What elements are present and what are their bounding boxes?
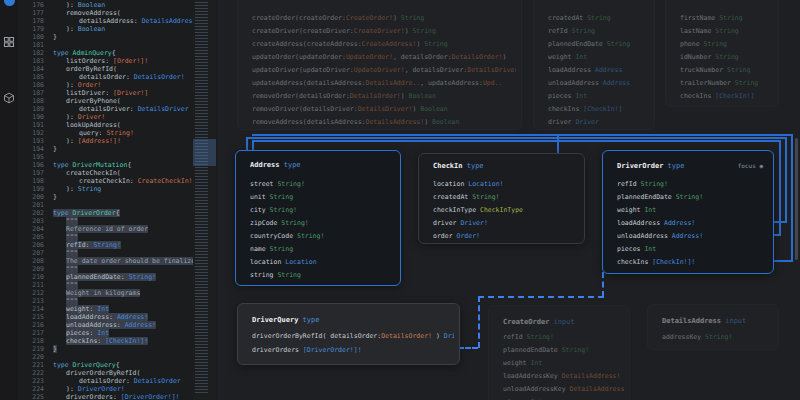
node-title: CheckIn type xyxy=(433,162,576,172)
field-row[interactable]: street String! xyxy=(250,180,395,189)
line-number: 209 xyxy=(18,265,53,273)
node-driverorder[interactable]: DriverOrder typefocus ◉refId String!plan… xyxy=(602,150,774,274)
code-line: 199): String xyxy=(18,185,193,193)
code-line: 203""" xyxy=(18,217,193,225)
line-text: type DriverQuery{ xyxy=(53,361,120,369)
field-row[interactable]: location Location! xyxy=(433,180,579,189)
line-number: 223 xyxy=(18,377,53,385)
field-row[interactable]: zipCode String! xyxy=(250,219,395,228)
field-row: plannedEndDate String! xyxy=(503,346,624,355)
field-row: idNumber String xyxy=(680,53,773,62)
schema-graph-panel[interactable]: createOrder(createOrder:CreateOrder!) St… xyxy=(218,0,800,400)
line-text: listDriver: [Driver!] xyxy=(66,89,148,97)
graph-scrollbar[interactable] xyxy=(795,138,798,260)
package-icon[interactable] xyxy=(3,92,15,104)
field-row: createAddress(createAddress:CreateAddres… xyxy=(252,40,516,49)
field-row[interactable]: location Location xyxy=(250,258,395,267)
edge-dashed xyxy=(458,347,478,349)
node-checkin[interactable]: CheckIn typelocation Location!createdAt … xyxy=(418,153,585,244)
node-title: Address type xyxy=(250,161,392,171)
field-row: createdAt String xyxy=(548,14,649,23)
field-row[interactable]: unit String xyxy=(250,193,395,202)
field-row: checkIns [CheckIn!] xyxy=(548,105,649,114)
line-text: listOrders: [Order!]! xyxy=(66,57,148,65)
status-dot-icon[interactable] xyxy=(4,0,15,6)
field-row[interactable]: driverOrderByRefId( detailsOrder:Details… xyxy=(252,332,454,341)
code-line: 193): [Address!]! xyxy=(18,137,193,145)
field-row[interactable]: plannedEndDate String! xyxy=(617,193,768,202)
node-driverquery[interactable]: DriverQuery typedriverOrderByRefId( deta… xyxy=(237,303,460,365)
line-number: 199 xyxy=(18,185,53,193)
field-row[interactable]: refId String! xyxy=(617,180,768,189)
node-admin-mutation-bg: createOrder(createOrder:CreateOrder!) St… xyxy=(237,0,522,130)
code-line: 180} xyxy=(18,33,193,41)
field-row: removeDriver(detailsDriver:DetailsDriver… xyxy=(252,105,516,114)
field-row[interactable]: unloadAddress Address! xyxy=(617,232,768,241)
line-text: """ xyxy=(66,297,78,305)
field-row[interactable]: weight Int xyxy=(617,206,768,215)
line-number: 210 xyxy=(18,273,53,281)
code-line: 196type DriverMutation{ xyxy=(18,161,193,169)
line-number: 221 xyxy=(18,361,53,369)
field-row[interactable]: name String xyxy=(250,245,395,254)
field-row[interactable]: loadAddress Address! xyxy=(617,219,768,228)
field-row[interactable]: createdAt String! xyxy=(433,193,579,202)
line-text: query: String! xyxy=(79,129,134,137)
line-text: """ xyxy=(66,265,78,273)
field-row[interactable]: city String! xyxy=(250,206,395,215)
field-row[interactable]: checkInType CheckInType xyxy=(433,206,579,215)
line-text: createCheckIn( xyxy=(66,169,121,177)
activity-bar xyxy=(0,0,18,400)
line-text: The date order should be finalized xyxy=(66,257,193,265)
line-number: 179 xyxy=(18,25,53,33)
minimap[interactable] xyxy=(193,0,216,400)
line-number: 187 xyxy=(18,89,53,97)
field-row: loadAddress Address xyxy=(548,66,649,75)
field-row[interactable]: driverOrders [DriverOrder!]! xyxy=(252,346,454,355)
field-row: updateOrder(updateOrder:UpdateOrder!, de… xyxy=(252,53,516,62)
line-number: 200 xyxy=(18,193,53,201)
field-row[interactable]: checkIns [CheckIn!]! xyxy=(617,258,768,267)
code-line: 184orderByRefId( xyxy=(18,65,193,73)
line-text: ): Boolean xyxy=(66,25,105,33)
line-number: 183 xyxy=(18,57,53,65)
code-editor-pane[interactable]: 176): Boolean177removeAddress(178details… xyxy=(0,0,218,400)
code-area[interactable]: 176): Boolean177removeAddress(178details… xyxy=(18,1,193,400)
field-row[interactable]: driver Driver! xyxy=(433,219,579,228)
field-row: weight Int xyxy=(548,53,649,62)
code-line: 201 xyxy=(18,201,193,209)
line-text: unloadAddress: Address! xyxy=(66,321,156,329)
line-number: 213 xyxy=(18,297,53,305)
code-line: 222driverOrderByRefId( xyxy=(18,369,193,377)
code-line: 215loadAddress: Address! xyxy=(18,313,193,321)
field-row[interactable]: countryCode String! xyxy=(250,232,395,241)
field-row: checkIns [CheckIn!] xyxy=(680,92,773,101)
field-row[interactable]: string String xyxy=(250,271,395,280)
code-line: 205""" xyxy=(18,233,193,241)
line-number: 194 xyxy=(18,145,53,153)
edge-dashed xyxy=(478,296,480,348)
field-row[interactable]: pieces Int xyxy=(617,245,768,254)
code-line: 191lookUpAddress( xyxy=(18,121,193,129)
line-text: createCheckIn: CreateCheckIn! xyxy=(79,177,193,185)
field-row: plannedEndDate String xyxy=(548,40,649,49)
edge-solid xyxy=(779,140,781,236)
line-text: ): Boolean xyxy=(66,1,105,9)
node-title: DriverQuery type xyxy=(252,316,451,326)
line-number: 185 xyxy=(18,73,53,81)
field-row: removeAddress(detailsAddress:DetailsAddr… xyxy=(252,118,516,127)
line-text: driverOrders: [DriverOrder!]! xyxy=(66,393,180,400)
line-number: 201 xyxy=(18,201,53,209)
line-number: 176 xyxy=(18,1,53,9)
focus-button[interactable]: focus ◉ xyxy=(738,162,763,169)
code-line: 181 xyxy=(18,41,193,49)
code-line: 225driverOrders: [DriverOrder!]! xyxy=(18,393,193,400)
line-number: 224 xyxy=(18,385,53,393)
line-text: } xyxy=(53,33,57,41)
line-number: 204 xyxy=(18,225,53,233)
line-text: type AdminQuery{ xyxy=(53,49,116,57)
field-row[interactable]: order Order! xyxy=(433,232,579,241)
grid-icon[interactable] xyxy=(3,36,15,48)
node-address[interactable]: Address typestreet String!unit Stringcit… xyxy=(235,150,401,286)
field-row: weight Int xyxy=(503,359,624,368)
